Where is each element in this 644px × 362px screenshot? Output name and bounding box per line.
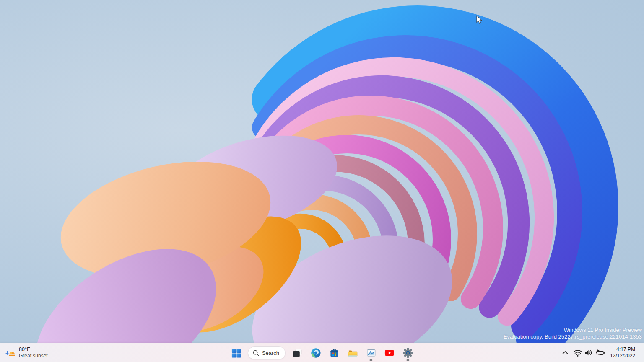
bloom-illustration (0, 0, 644, 343)
performance-graph-icon (366, 348, 377, 358)
store-bag-icon (329, 348, 340, 358)
tray-time: 4:17 PM (616, 346, 635, 353)
taskbar-center-icons: Search (228, 343, 416, 362)
tray-date: 12/12/2022 (610, 353, 635, 359)
weather-condition: Great sunset (19, 353, 48, 359)
microsoft-store-button[interactable] (326, 344, 343, 361)
quick-settings-button[interactable] (571, 345, 607, 360)
chevron-up-icon (561, 348, 570, 357)
gear-icon (403, 348, 413, 358)
running-indicator (370, 359, 373, 361)
tray-overflow-button[interactable] (559, 345, 571, 360)
weather-temperature: 80°F (19, 346, 48, 353)
widgets-weather-button[interactable]: 80°F Great sunset (2, 344, 52, 361)
start-button[interactable] (228, 344, 244, 361)
edge-button[interactable] (307, 344, 324, 361)
folder-icon (348, 348, 358, 358)
system-tray: 4:17 PM 12/12/2022 (559, 344, 642, 361)
wallpaper-bloom: Windows 11 Pro Insider Preview Evaluatio… (0, 0, 644, 343)
wifi-icon (573, 348, 583, 358)
windows-logo-icon (231, 348, 241, 358)
search-label: Search (262, 350, 279, 356)
search-icon (253, 350, 259, 356)
file-explorer-button[interactable] (344, 344, 361, 361)
weather-text: 80°F Great sunset (19, 346, 48, 359)
settings-button[interactable] (400, 344, 416, 361)
desktop[interactable]: Windows 11 Pro Insider Preview Evaluatio… (0, 0, 644, 362)
taskbar: 80°F Great sunset (0, 343, 644, 362)
youtube-play-icon (384, 347, 395, 358)
volume-icon (584, 348, 594, 358)
youtube-button[interactable] (381, 344, 398, 361)
show-desktop-button[interactable] (640, 344, 642, 361)
battery-icon (595, 348, 605, 358)
running-indicator (407, 359, 410, 361)
sunset-icon (5, 347, 16, 358)
task-view-icon (292, 348, 303, 358)
edge-icon (311, 348, 321, 358)
task-manager-button[interactable] (363, 344, 379, 361)
clock[interactable]: 4:17 PM 12/12/2022 (607, 345, 639, 360)
task-view-button[interactable] (289, 344, 306, 361)
search-box[interactable]: Search (248, 346, 286, 359)
